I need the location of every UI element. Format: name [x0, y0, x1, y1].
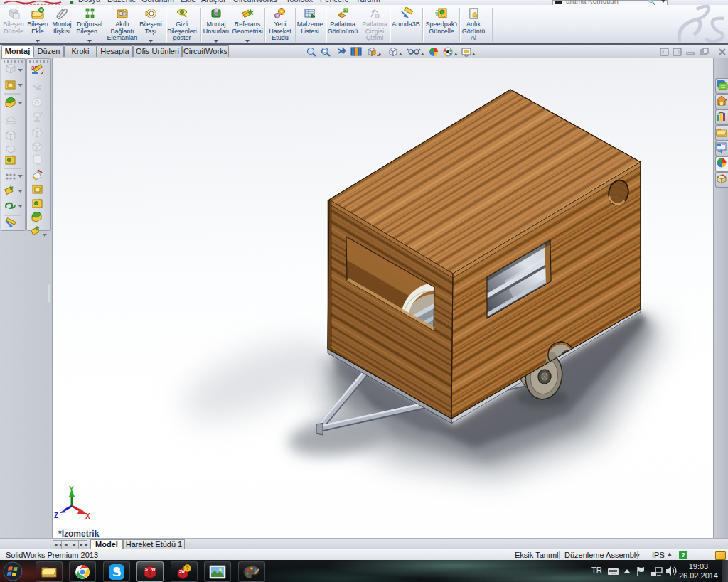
svg-text:Z: Z [54, 512, 58, 519]
svg-text:X: X [85, 512, 90, 520]
svg-text:Y: Y [69, 485, 74, 493]
